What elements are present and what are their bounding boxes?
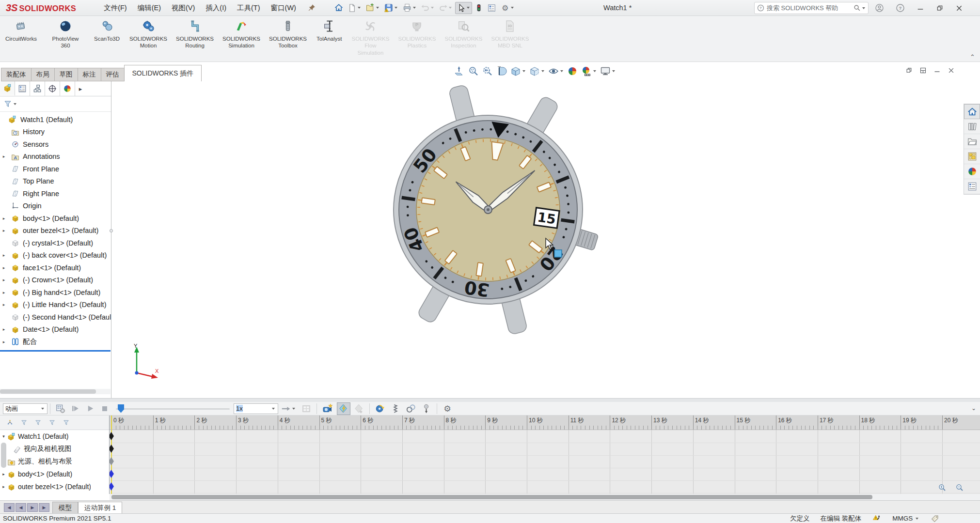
apply-scene-button[interactable]	[580, 65, 598, 77]
keyframe-black[interactable]	[110, 432, 114, 440]
tab-model[interactable]: 模型	[52, 502, 78, 513]
display-style-button[interactable]	[528, 65, 546, 77]
panel-splitter-grip[interactable]	[110, 229, 113, 232]
autokey-button[interactable]	[337, 402, 350, 415]
taskpane-appearances-button[interactable]	[964, 164, 980, 179]
taskpane-custom-properties-button[interactable]	[964, 179, 980, 194]
nav-previous-button[interactable]: ◀	[16, 503, 26, 512]
timeline-position-slider[interactable]	[116, 404, 230, 414]
tree-item--crown-1-default-[interactable]: ▸(-) Crown<1> (Default)	[0, 274, 111, 287]
taskpane-file-explorer-button[interactable]	[964, 134, 980, 149]
previous-view-button[interactable]	[481, 65, 494, 77]
rebuild-button[interactable]	[473, 1, 485, 14]
tab-评估[interactable]: 评估	[101, 68, 124, 81]
addin-solidworks-simulation[interactable]: SOLIDWORKS Simulation	[218, 16, 265, 62]
units-selector[interactable]: MMGS	[892, 515, 919, 522]
motion-row-watch1-default-[interactable]: ▾Watch1 (Default)	[0, 430, 109, 443]
tree-item-front-plane[interactable]: Front Plane	[0, 163, 111, 175]
tree-item-watch1-default-[interactable]: Watch1 (Default)	[0, 113, 111, 126]
menu-插入(I)[interactable]: 插入(I)	[200, 1, 232, 15]
expand-arrow-icon[interactable]: ▸	[0, 484, 7, 489]
view-settings-button[interactable]	[599, 65, 616, 77]
redo-caret-icon[interactable]	[449, 7, 452, 9]
zoom-to-fit-button[interactable]	[453, 65, 466, 77]
play-button[interactable]	[84, 403, 96, 415]
user-icon[interactable]	[875, 3, 884, 13]
tree-item--crystal-1-default-[interactable]: (-) crystal<1> (Default)	[0, 237, 111, 249]
motion-row-光源-相机与布景[interactable]: ▸光源、相机与布景	[0, 455, 109, 468]
tree-item-annotations[interactable]: ▸AAnnotations	[0, 151, 111, 163]
timeline-hscroll-thumb[interactable]	[111, 495, 872, 499]
addin-circuitworks[interactable]: CircuitWorks	[0, 16, 42, 62]
panel-tab-property-manager[interactable]	[15, 81, 30, 96]
zoom-to-area-button[interactable]	[467, 65, 480, 77]
motion-manager-splitter[interactable]	[0, 398, 980, 402]
filter-animated-button[interactable]	[19, 418, 29, 427]
tree-item-body-1-default-[interactable]: ▸body<1> (Default)	[0, 212, 111, 225]
tree-item-sensors[interactable]: Sensors	[0, 138, 111, 151]
select-button[interactable]	[455, 2, 472, 14]
edit-appearance-button[interactable]	[566, 65, 579, 77]
tree-item-top-plane[interactable]: Top Plane	[0, 175, 111, 188]
expand-arrow-icon[interactable]: ▾	[0, 434, 7, 439]
timeline-zoom-out-button[interactable]	[954, 482, 965, 493]
filter-driving-button[interactable]	[33, 418, 43, 427]
minimize-button[interactable]	[917, 4, 924, 12]
options-button[interactable]: ⚙	[499, 1, 516, 14]
slider-thumb[interactable]	[118, 404, 124, 413]
motion-study-properties-button[interactable]: ⚙	[441, 402, 454, 415]
options-caret-icon[interactable]	[511, 7, 514, 9]
motor-button[interactable]	[373, 402, 387, 415]
addin-solidworks-motion[interactable]: SOLIDWORKS Motion	[125, 16, 172, 62]
slider-track[interactable]	[116, 408, 230, 410]
panel-tab-configuration-manager[interactable]	[30, 81, 45, 96]
tree-item-origin[interactable]: Origin	[0, 200, 111, 213]
rollback-bar[interactable]	[0, 350, 111, 352]
restore-button[interactable]	[936, 4, 944, 12]
tree-item-outer-bezel-1-default-[interactable]: ▸outer bezel<1> (Default)	[0, 225, 111, 237]
tab-标注[interactable]: 标注	[78, 68, 101, 81]
keyframe-blue[interactable]	[110, 470, 114, 478]
expand-arrow-icon[interactable]: ▸	[0, 339, 8, 344]
expand-arrow-icon[interactable]: ▸	[0, 265, 8, 270]
spring-button[interactable]	[389, 402, 402, 415]
minimize-window-button[interactable]	[933, 67, 941, 74]
feature-panel-hscroll-thumb[interactable]	[0, 389, 96, 394]
undo-caret-icon[interactable]	[431, 7, 434, 9]
search-caret-icon[interactable]	[862, 7, 865, 9]
display-style-caret-icon[interactable]	[541, 70, 544, 72]
new-document-button[interactable]	[346, 2, 363, 14]
view-settings-caret-icon[interactable]	[612, 70, 615, 72]
play-from-start-button[interactable]	[69, 403, 82, 415]
tree-item--second-hand-1-default-[interactable]: (-) Second Hand<1> (Default)	[0, 311, 111, 323]
tab-装配体[interactable]: 装配体	[1, 68, 31, 81]
expand-arrow-icon[interactable]: ▸	[0, 228, 8, 233]
nav-first-button[interactable]: ◀	[4, 503, 15, 512]
view-orientation-button[interactable]	[509, 65, 527, 77]
tab-SOLIDWORKS 插件[interactable]: SOLIDWORKS 插件	[124, 65, 202, 81]
tree-item-date-1-default-[interactable]: ▸Date<1> (Default)	[0, 323, 111, 336]
animation-wizard-button[interactable]	[320, 402, 335, 415]
menu-文件(F)[interactable]: 文件(F)	[98, 1, 132, 15]
tab-草图[interactable]: 草图	[54, 68, 78, 81]
help-icon[interactable]: ?	[896, 3, 905, 13]
view-orientation-caret-icon[interactable]	[522, 70, 525, 72]
taskpane-design-library-button[interactable]	[964, 119, 980, 134]
tree-item--little-hand-1-default-[interactable]: ▸(-) Little Hand<1> (Default)	[0, 299, 111, 311]
pin-icon[interactable]	[308, 4, 316, 12]
filter-selected-button[interactable]	[47, 418, 57, 427]
playback-mode-caret-icon[interactable]	[292, 408, 295, 410]
tree-item-配合[interactable]: ▸配合	[0, 336, 111, 348]
hide-show-items-caret-icon[interactable]	[560, 70, 563, 72]
open-caret-icon[interactable]	[376, 7, 379, 9]
panel-tabs-expand-icon[interactable]: ▸	[75, 81, 86, 96]
menu-编辑(E)[interactable]: 编辑(E)	[132, 1, 166, 15]
menu-窗口(W)[interactable]: 窗口(W)	[266, 1, 301, 15]
arrange-window-button[interactable]	[919, 67, 927, 74]
print-button[interactable]	[401, 1, 418, 14]
print-caret-icon[interactable]	[413, 7, 416, 9]
close-window-button[interactable]	[948, 67, 955, 74]
apply-scene-caret-icon[interactable]	[593, 70, 596, 72]
expand-arrow-icon[interactable]: ▸	[0, 277, 8, 282]
motion-row-body-1-default-[interactable]: ▸body<1> (Default)	[0, 468, 109, 480]
